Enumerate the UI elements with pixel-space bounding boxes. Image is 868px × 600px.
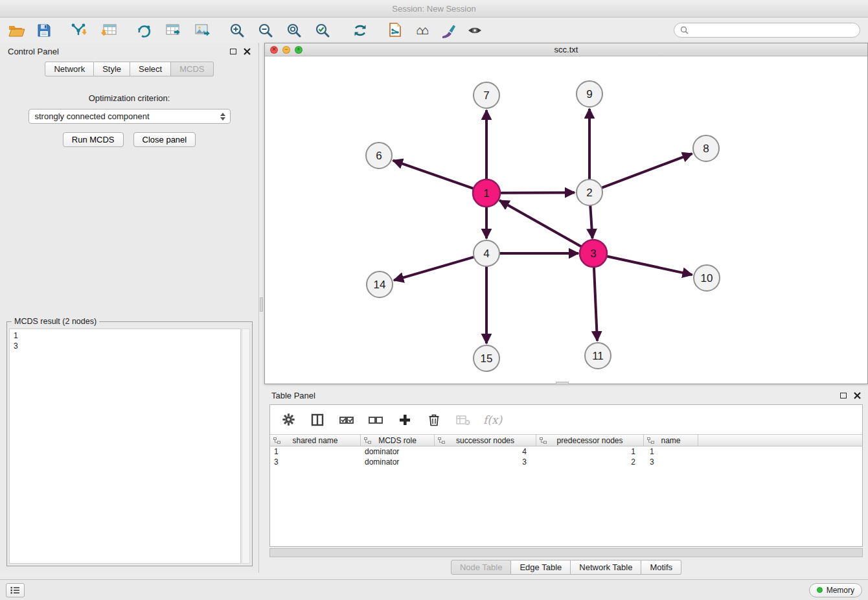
edge-1-6[interactable] — [393, 161, 474, 189]
first-neighbors-icon[interactable] — [386, 21, 404, 40]
close-panel-button[interactable]: Close panel — [133, 132, 196, 147]
result-line: 3 — [10, 341, 240, 351]
node-table: f(x) shared nameMCDS rolesuccessor nodes… — [269, 404, 863, 547]
window-minimize-icon[interactable]: − — [282, 46, 290, 54]
network-canvas[interactable]: 7968124314101511 — [265, 56, 867, 384]
edge-3-11[interactable] — [594, 266, 597, 341]
tab-network-table[interactable]: Network Table — [571, 560, 641, 575]
column-header-predecessor-nodes[interactable]: predecessor nodes — [536, 435, 644, 446]
control-panel-tabs: NetworkStyleSelectMCDS — [0, 62, 258, 76]
zoom-selected-icon[interactable] — [314, 21, 332, 40]
task-history-button[interactable] — [6, 583, 25, 597]
graph-svg[interactable]: 7968124314101511 — [265, 56, 867, 384]
horizontal-splitter-handle[interactable] — [556, 382, 569, 385]
delete-row-trash-icon[interactable] — [425, 411, 443, 429]
node-8[interactable]: 8 — [693, 135, 719, 161]
zoom-in-icon[interactable] — [228, 21, 246, 40]
table-cell[interactable]: 2 — [536, 457, 644, 467]
table-horizontal-scrollbar[interactable] — [269, 548, 863, 557]
node-10[interactable]: 10 — [694, 265, 720, 291]
window-close-icon[interactable]: ✕ — [270, 46, 278, 54]
node-6[interactable]: 6 — [366, 143, 392, 168]
table-row[interactable]: 3dominator323 — [270, 457, 862, 467]
node-9[interactable]: 9 — [577, 81, 602, 107]
node-4[interactable]: 4 — [474, 240, 499, 266]
column-header-shared-name[interactable]: shared name — [270, 435, 361, 446]
table-cell[interactable]: 1 — [270, 446, 361, 457]
network-overview-icon[interactable]: ⌂⌂ — [413, 21, 431, 40]
zoom-fit-icon[interactable] — [285, 21, 303, 40]
tab-style[interactable]: Style — [94, 62, 130, 76]
refresh-network-icon[interactable] — [351, 21, 369, 40]
import-table-icon[interactable] — [100, 21, 118, 40]
unselect-all-columns-icon[interactable] — [367, 411, 385, 429]
table-panel-header: Table Panel — [264, 387, 868, 403]
criterion-dropdown[interactable]: strongly connected component — [29, 109, 231, 124]
node-14[interactable]: 14 — [367, 271, 393, 297]
close-panel-icon[interactable] — [244, 48, 251, 55]
float-panel-icon[interactable] — [230, 49, 236, 54]
tab-motifs[interactable]: Motifs — [641, 560, 681, 575]
open-session-icon[interactable] — [8, 21, 26, 40]
add-row-icon[interactable] — [396, 411, 414, 429]
edge-3-10[interactable] — [606, 256, 692, 275]
network-window-titlebar[interactable]: scc.txt ✕ − + — [265, 43, 867, 56]
table-cell[interactable]: 3 — [270, 457, 361, 467]
zoom-out-icon[interactable] — [257, 21, 275, 40]
export-table-icon[interactable] — [164, 21, 182, 40]
show-hide-details-eye-icon[interactable] — [466, 21, 484, 40]
table-header-row: shared nameMCDS rolesuccessor nodesprede… — [270, 434, 862, 446]
table-cell[interactable]: 3 — [435, 457, 536, 467]
table-cell[interactable]: dominator — [361, 457, 435, 467]
status-bar: Memory — [0, 579, 868, 600]
svg-text:8: 8 — [703, 143, 709, 155]
column-header-name[interactable]: name — [644, 435, 698, 446]
edge-2-8[interactable] — [602, 154, 692, 188]
node-11[interactable]: 11 — [585, 343, 611, 369]
window-zoom-icon[interactable]: + — [295, 46, 303, 54]
select-all-columns-icon[interactable] — [337, 411, 356, 429]
vertical-splitter-handle[interactable] — [260, 297, 263, 312]
svg-text:4: 4 — [483, 248, 489, 260]
node-3[interactable]: 3 — [580, 240, 607, 267]
table-cell[interactable]: 1 — [644, 446, 698, 457]
export-image-icon[interactable] — [193, 21, 211, 40]
node-1[interactable]: 1 — [473, 179, 500, 207]
table-row[interactable]: 1dominator411 — [270, 446, 862, 457]
node-2[interactable]: 2 — [577, 179, 602, 205]
new-network-icon[interactable] — [135, 21, 153, 40]
edge-4-14[interactable] — [394, 257, 474, 281]
show-columns-icon[interactable] — [308, 411, 326, 429]
svg-text:11: 11 — [592, 350, 604, 362]
table-cell[interactable]: dominator — [361, 446, 435, 457]
search-box[interactable] — [674, 23, 860, 38]
table-cell[interactable]: 4 — [435, 446, 536, 457]
node-15[interactable]: 15 — [474, 345, 499, 371]
memory-button[interactable]: Memory — [809, 583, 862, 597]
edge-1-2[interactable] — [499, 192, 575, 193]
tab-node-table[interactable]: Node Table — [451, 560, 512, 575]
column-header-successor-nodes[interactable]: successor nodes — [435, 435, 536, 446]
search-input[interactable] — [692, 26, 854, 35]
import-network-icon[interactable] — [70, 21, 88, 40]
save-session-icon[interactable] — [35, 21, 53, 40]
tab-select[interactable]: Select — [130, 62, 171, 76]
run-mcds-button[interactable]: Run MCDS — [63, 132, 124, 147]
table-cell[interactable]: 1 — [536, 446, 644, 457]
node-7[interactable]: 7 — [474, 82, 499, 108]
mcds-result-list[interactable]: 13 — [9, 329, 241, 564]
table-settings-gear-icon[interactable] — [279, 411, 297, 429]
mcds-result-group: MCDS result (2 nodes) 13 — [6, 321, 253, 566]
table-cell[interactable]: 3 — [644, 457, 698, 467]
tab-network[interactable]: Network — [45, 62, 94, 76]
tab-edge-table[interactable]: Edge Table — [511, 560, 571, 575]
edge-2-3[interactable] — [590, 205, 592, 238]
float-table-panel-icon[interactable] — [840, 393, 847, 398]
edge-3-1[interactable] — [499, 200, 582, 247]
delete-table-icon — [454, 411, 472, 429]
close-table-panel-icon[interactable] — [854, 392, 861, 399]
result-scrollbar[interactable] — [242, 329, 250, 564]
tab-mcds[interactable]: MCDS — [171, 62, 213, 76]
column-header-MCDS-role[interactable]: MCDS role — [361, 435, 435, 446]
style-brush-icon[interactable] — [439, 21, 457, 40]
